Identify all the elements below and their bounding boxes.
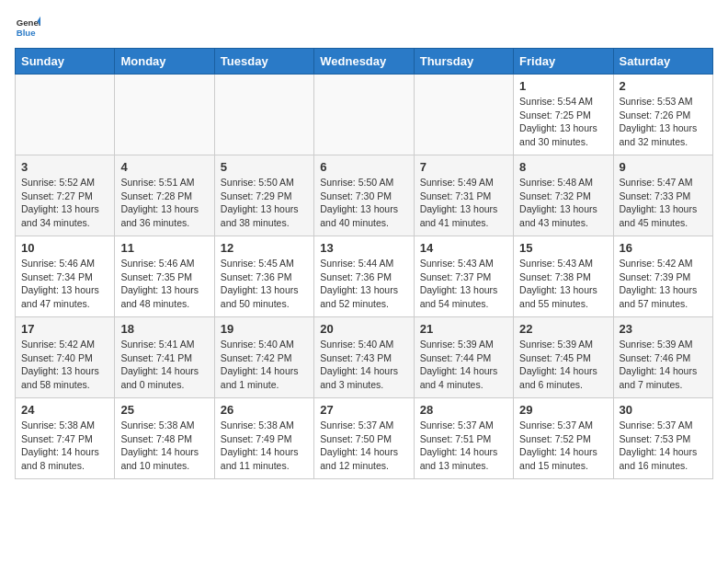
calendar-cell: 9Sunrise: 5:47 AMSunset: 7:33 PMDaylight… [613, 155, 712, 236]
day-number: 13 [320, 241, 407, 255]
day-info: Sunrise: 5:37 AMSunset: 7:50 PMDaylight:… [320, 419, 407, 473]
calendar-cell: 26Sunrise: 5:38 AMSunset: 7:49 PMDayligh… [214, 398, 313, 479]
day-info: Sunrise: 5:39 AMSunset: 7:45 PMDaylight:… [519, 338, 607, 392]
day-number: 8 [519, 160, 607, 174]
day-info: Sunrise: 5:53 AMSunset: 7:26 PMDaylight:… [620, 95, 707, 149]
calendar-cell: 21Sunrise: 5:39 AMSunset: 7:44 PMDayligh… [414, 317, 513, 398]
weekday-header-thursday: Thursday [414, 49, 513, 75]
calendar-cell: 23Sunrise: 5:39 AMSunset: 7:46 PMDayligh… [613, 317, 712, 398]
svg-text:Blue: Blue [17, 28, 36, 38]
day-info: Sunrise: 5:37 AMSunset: 7:53 PMDaylight:… [620, 419, 707, 473]
calendar-cell: 1Sunrise: 5:54 AMSunset: 7:25 PMDaylight… [514, 75, 613, 155]
day-info: Sunrise: 5:45 AMSunset: 7:36 PMDaylight:… [221, 257, 308, 311]
calendar-table: SundayMondayTuesdayWednesdayThursdayFrid… [15, 48, 713, 479]
calendar-cell: 19Sunrise: 5:40 AMSunset: 7:42 PMDayligh… [214, 317, 313, 398]
day-number: 5 [221, 160, 308, 174]
day-info: Sunrise: 5:40 AMSunset: 7:42 PMDaylight:… [221, 338, 308, 392]
day-info: Sunrise: 5:49 AMSunset: 7:31 PMDaylight:… [420, 176, 507, 230]
day-number: 12 [221, 241, 308, 255]
calendar-cell: 3Sunrise: 5:52 AMSunset: 7:27 PMDaylight… [16, 155, 115, 236]
day-number: 4 [120, 160, 208, 174]
day-number: 6 [320, 160, 407, 174]
day-number: 23 [620, 322, 707, 336]
calendar-cell [214, 75, 313, 155]
day-number: 27 [320, 403, 407, 417]
calendar-cell: 8Sunrise: 5:48 AMSunset: 7:32 PMDaylight… [514, 155, 613, 236]
calendar-cell: 22Sunrise: 5:39 AMSunset: 7:45 PMDayligh… [514, 317, 613, 398]
calendar-cell: 25Sunrise: 5:38 AMSunset: 7:48 PMDayligh… [115, 398, 214, 479]
day-info: Sunrise: 5:48 AMSunset: 7:32 PMDaylight:… [519, 176, 607, 230]
calendar-cell: 5Sunrise: 5:50 AMSunset: 7:29 PMDaylight… [214, 155, 313, 236]
calendar-cell [115, 75, 214, 155]
calendar-cell [314, 75, 414, 155]
day-info: Sunrise: 5:54 AMSunset: 7:25 PMDaylight:… [519, 95, 607, 149]
day-info: Sunrise: 5:37 AMSunset: 7:51 PMDaylight:… [420, 419, 507, 473]
calendar-cell: 7Sunrise: 5:49 AMSunset: 7:31 PMDaylight… [414, 155, 513, 236]
weekday-header-row: SundayMondayTuesdayWednesdayThursdayFrid… [16, 49, 713, 75]
weekday-header-sunday: Sunday [16, 49, 115, 75]
day-info: Sunrise: 5:50 AMSunset: 7:30 PMDaylight:… [320, 176, 407, 230]
day-number: 2 [620, 79, 707, 93]
calendar-cell: 11Sunrise: 5:46 AMSunset: 7:35 PMDayligh… [115, 236, 214, 317]
weekday-header-saturday: Saturday [613, 49, 712, 75]
day-info: Sunrise: 5:51 AMSunset: 7:28 PMDaylight:… [120, 176, 208, 230]
calendar-cell: 27Sunrise: 5:37 AMSunset: 7:50 PMDayligh… [314, 398, 414, 479]
day-info: Sunrise: 5:47 AMSunset: 7:33 PMDaylight:… [620, 176, 707, 230]
day-info: Sunrise: 5:46 AMSunset: 7:35 PMDaylight:… [120, 257, 208, 311]
week-row-3: 10Sunrise: 5:46 AMSunset: 7:34 PMDayligh… [16, 236, 713, 317]
calendar-cell: 17Sunrise: 5:42 AMSunset: 7:40 PMDayligh… [16, 317, 115, 398]
calendar-cell: 12Sunrise: 5:45 AMSunset: 7:36 PMDayligh… [214, 236, 313, 317]
day-number: 22 [519, 322, 607, 336]
day-number: 14 [420, 241, 507, 255]
week-row-5: 24Sunrise: 5:38 AMSunset: 7:47 PMDayligh… [16, 398, 713, 479]
calendar-cell: 16Sunrise: 5:42 AMSunset: 7:39 PMDayligh… [613, 236, 712, 317]
day-number: 10 [21, 241, 108, 255]
weekday-header-tuesday: Tuesday [214, 49, 313, 75]
day-number: 26 [221, 403, 308, 417]
svg-text:General: General [17, 17, 40, 28]
day-number: 11 [120, 241, 208, 255]
calendar-cell: 2Sunrise: 5:53 AMSunset: 7:26 PMDaylight… [613, 75, 712, 155]
day-number: 28 [420, 403, 507, 417]
week-row-1: 1Sunrise: 5:54 AMSunset: 7:25 PMDaylight… [16, 75, 713, 155]
calendar-cell: 10Sunrise: 5:46 AMSunset: 7:34 PMDayligh… [16, 236, 115, 317]
day-info: Sunrise: 5:37 AMSunset: 7:52 PMDaylight:… [519, 419, 607, 473]
calendar-cell: 18Sunrise: 5:41 AMSunset: 7:41 PMDayligh… [115, 317, 214, 398]
logo-icon: General Blue [15, 15, 40, 40]
day-info: Sunrise: 5:42 AMSunset: 7:39 PMDaylight:… [620, 257, 707, 311]
weekday-header-friday: Friday [514, 49, 613, 75]
day-info: Sunrise: 5:38 AMSunset: 7:49 PMDaylight:… [221, 419, 308, 473]
calendar-cell: 6Sunrise: 5:50 AMSunset: 7:30 PMDaylight… [314, 155, 414, 236]
day-number: 19 [221, 322, 308, 336]
calendar-cell: 20Sunrise: 5:40 AMSunset: 7:43 PMDayligh… [314, 317, 414, 398]
day-number: 15 [519, 241, 607, 255]
week-row-2: 3Sunrise: 5:52 AMSunset: 7:27 PMDaylight… [16, 155, 713, 236]
day-info: Sunrise: 5:42 AMSunset: 7:40 PMDaylight:… [21, 338, 108, 392]
day-number: 18 [120, 322, 208, 336]
day-number: 7 [420, 160, 507, 174]
calendar-cell: 29Sunrise: 5:37 AMSunset: 7:52 PMDayligh… [514, 398, 613, 479]
day-number: 29 [519, 403, 607, 417]
day-info: Sunrise: 5:44 AMSunset: 7:36 PMDaylight:… [320, 257, 407, 311]
day-number: 3 [21, 160, 108, 174]
calendar-cell [16, 75, 115, 155]
day-info: Sunrise: 5:43 AMSunset: 7:38 PMDaylight:… [519, 257, 607, 311]
day-number: 21 [420, 322, 507, 336]
day-number: 1 [519, 79, 607, 93]
day-info: Sunrise: 5:50 AMSunset: 7:29 PMDaylight:… [221, 176, 308, 230]
calendar-cell: 14Sunrise: 5:43 AMSunset: 7:37 PMDayligh… [414, 236, 513, 317]
day-info: Sunrise: 5:39 AMSunset: 7:46 PMDaylight:… [620, 338, 707, 392]
week-row-4: 17Sunrise: 5:42 AMSunset: 7:40 PMDayligh… [16, 317, 713, 398]
calendar-cell: 30Sunrise: 5:37 AMSunset: 7:53 PMDayligh… [613, 398, 712, 479]
day-number: 30 [620, 403, 707, 417]
day-info: Sunrise: 5:39 AMSunset: 7:44 PMDaylight:… [420, 338, 507, 392]
day-number: 9 [620, 160, 707, 174]
calendar-cell [414, 75, 513, 155]
weekday-header-wednesday: Wednesday [314, 49, 414, 75]
calendar-cell: 13Sunrise: 5:44 AMSunset: 7:36 PMDayligh… [314, 236, 414, 317]
day-info: Sunrise: 5:52 AMSunset: 7:27 PMDaylight:… [21, 176, 108, 230]
day-number: 25 [120, 403, 208, 417]
day-info: Sunrise: 5:46 AMSunset: 7:34 PMDaylight:… [21, 257, 108, 311]
calendar-cell: 24Sunrise: 5:38 AMSunset: 7:47 PMDayligh… [16, 398, 115, 479]
day-info: Sunrise: 5:43 AMSunset: 7:37 PMDaylight:… [420, 257, 507, 311]
